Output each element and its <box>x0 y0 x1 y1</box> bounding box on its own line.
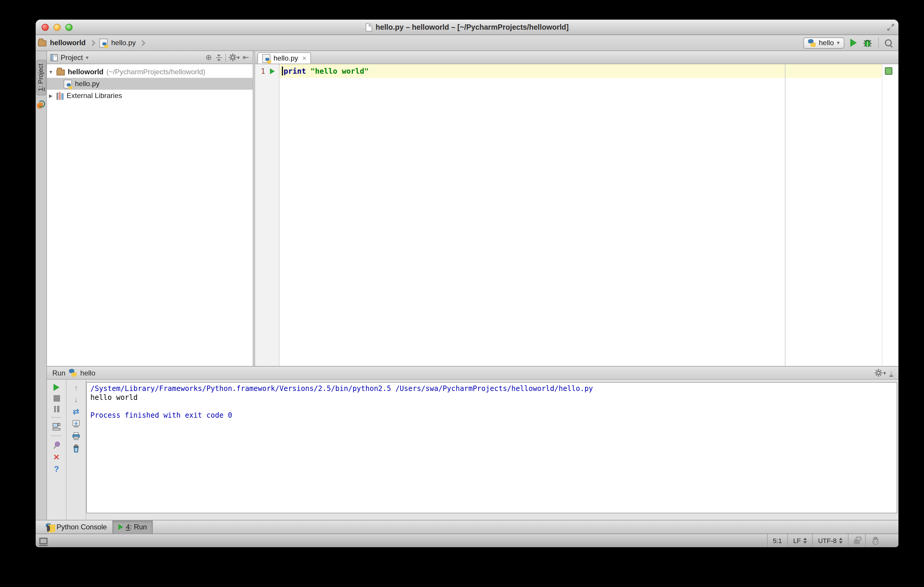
external-libraries-label: External Libraries <box>67 92 122 100</box>
encoding-widget[interactable]: UTF-8 <box>812 534 848 547</box>
tree-row-hello-py[interactable]: hello.py <box>47 78 253 90</box>
project-view-icon <box>51 54 58 61</box>
run-panel-title: Run <box>52 369 65 377</box>
run-settings-button[interactable]: ▾ <box>875 369 886 377</box>
python-console-button[interactable]: Python Console <box>40 520 112 534</box>
editor-area: hello.py × 1 <box>255 51 898 366</box>
chevron-down-icon[interactable]: ▾ <box>86 54 89 60</box>
python-icon <box>808 39 816 47</box>
console-line-stdout: hello world <box>91 393 893 402</box>
chevron-right-icon <box>140 40 146 46</box>
python-file-icon <box>99 38 107 47</box>
upper-panels: Project ▾ ⊕ ▾ ⇤ <box>47 51 898 366</box>
breadcrumb-project[interactable]: helloworld <box>50 39 86 47</box>
run-button[interactable] <box>850 39 857 47</box>
tree-row-project-root[interactable]: ▼ helloworld (~/PycharmProjects/hellowor… <box>47 66 253 78</box>
hide-panel-down-icon[interactable]: ↓ <box>889 369 893 377</box>
run-tool-window-label: 4: Run <box>126 523 147 531</box>
pause-icon[interactable] <box>54 406 59 412</box>
zoom-window-button[interactable] <box>65 24 73 31</box>
inspection-profile-widget[interactable] <box>865 534 885 547</box>
toolbar-separator <box>878 38 879 48</box>
tree-row-external-libraries[interactable]: ▶ External Libraries <box>47 90 253 102</box>
tree-file-name: hello.py <box>75 80 100 88</box>
pin-tab-icon[interactable] <box>52 441 61 449</box>
scroll-to-end-icon[interactable] <box>72 419 80 428</box>
collapse-all-icon[interactable] <box>215 54 222 61</box>
minimize-window-button[interactable] <box>53 24 61 31</box>
editor-body[interactable]: 1 print "hello world" <box>255 64 898 366</box>
line-separator-widget[interactable]: LF <box>787 534 812 547</box>
hide-panel-icon[interactable]: ⇤ <box>243 53 249 61</box>
right-margin-guide <box>785 64 785 366</box>
console-line-blank <box>91 402 893 411</box>
run-panel-tab[interactable]: hello <box>80 369 96 377</box>
pycharm-window: hello.py – helloworld – [~/PycharmProjec… <box>36 20 898 547</box>
breadcrumb-file[interactable]: hello.py <box>111 39 136 47</box>
document-icon <box>365 23 372 31</box>
stop-icon[interactable] <box>53 395 60 402</box>
console-line-command: /System/Library/Frameworks/Python.framew… <box>91 385 893 393</box>
run-icon <box>118 524 123 530</box>
close-window-button[interactable] <box>41 24 49 31</box>
soft-wrap-icon[interactable]: ⇄ <box>73 408 79 415</box>
code-area[interactable]: print "hello world" <box>279 64 882 366</box>
down-stacktrace-icon[interactable]: ↓ <box>74 396 78 403</box>
panel-splitter[interactable] <box>253 51 255 366</box>
panel-settings-button[interactable]: ▾ <box>229 53 239 61</box>
up-stacktrace-icon[interactable]: ↑ <box>74 384 78 391</box>
chevron-down-icon: ▾ <box>883 370 886 376</box>
window-title: hello.py – helloworld – [~/PycharmProjec… <box>376 23 568 31</box>
code-string: "hello world" <box>310 67 369 76</box>
line-number: 1 <box>257 67 265 75</box>
toolbar-separator <box>52 417 61 418</box>
readonly-lock-widget[interactable] <box>848 534 865 547</box>
fullscreen-icon[interactable] <box>887 24 894 31</box>
tool-stripe-icon[interactable] <box>37 101 45 109</box>
main-toolbar: helloworld hello.py hello ▾ <box>36 35 898 51</box>
inspection-ok-indicator[interactable] <box>885 67 893 75</box>
spinner-arrows-icon <box>839 538 843 544</box>
python-console-label: Python Console <box>56 523 107 531</box>
run-toolbar-console: ↑ ↓ ⇄ <box>67 380 86 520</box>
editor-tab-label: hello.py <box>274 54 298 62</box>
run-line-icon[interactable] <box>270 68 275 74</box>
run-tool-window-button[interactable]: 4: Run <box>112 520 153 534</box>
project-panel-title[interactable]: Project <box>61 53 83 61</box>
console-line-exit: Process finished with exit code 0 <box>91 411 893 420</box>
status-bar: 5:1 LF UTF-8 <box>36 534 898 547</box>
caret-position-widget[interactable]: 5:1 <box>767 534 787 547</box>
toolbar-separator <box>52 436 61 436</box>
python-icon <box>69 369 77 377</box>
run-configuration-select[interactable]: hello ▾ <box>803 37 844 48</box>
status-widgets: 5:1 LF UTF-8 <box>767 534 885 547</box>
chevron-down-icon: ▾ <box>837 40 840 46</box>
close-panel-icon[interactable]: ✕ <box>53 453 60 461</box>
search-icon[interactable] <box>885 39 893 47</box>
tool-stripe-project-button[interactable]: 1: Project <box>36 59 46 95</box>
encoding-value: UTF-8 <box>818 537 837 544</box>
close-tab-icon[interactable]: × <box>302 55 307 62</box>
run-configuration-label: hello <box>819 39 834 47</box>
locate-file-icon[interactable]: ⊕ <box>205 53 212 61</box>
run-console-output[interactable]: /System/Library/Frameworks/Python.framew… <box>86 382 897 513</box>
inspection-stripe <box>882 64 898 366</box>
caret-position-value: 5:1 <box>773 537 782 544</box>
project-tool-window: Project ▾ ⊕ ▾ ⇤ <box>47 51 253 366</box>
code-line-1: print "hello world" <box>279 64 882 78</box>
tree-collapsed-icon[interactable]: ▶ <box>48 93 53 98</box>
print-icon[interactable] <box>72 432 80 440</box>
run-tool-window: Run hello ▾ ↓ <box>47 366 898 520</box>
rerun-icon[interactable] <box>53 384 59 391</box>
toggle-tool-buttons-icon[interactable] <box>39 538 48 544</box>
debug-button[interactable] <box>863 38 872 47</box>
text-caret <box>282 67 283 76</box>
clear-console-icon[interactable] <box>72 444 80 453</box>
unlock-icon <box>854 539 860 544</box>
tree-expanded-icon[interactable]: ▼ <box>48 69 53 74</box>
title-bar: hello.py – helloworld – [~/PycharmProjec… <box>36 20 898 35</box>
left-tool-stripe: 1: Project <box>36 51 47 520</box>
restore-layout-icon[interactable] <box>52 423 61 431</box>
editor-tab-hello-py[interactable]: hello.py × <box>257 52 311 64</box>
help-icon[interactable]: ? <box>54 465 59 473</box>
